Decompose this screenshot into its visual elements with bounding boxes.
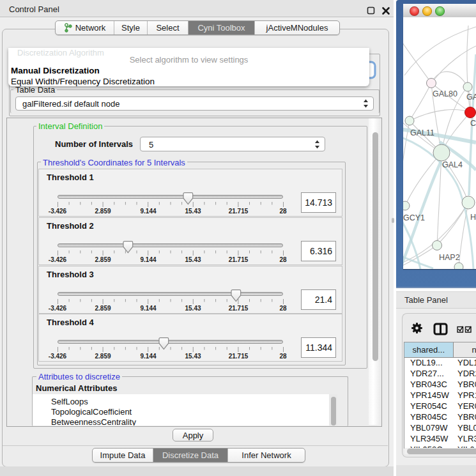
- svg-text:GA: GA: [466, 93, 476, 102]
- svg-text:GAL4: GAL4: [442, 160, 463, 169]
- svg-text:H: H: [470, 213, 476, 222]
- svg-text:C: C: [470, 119, 476, 128]
- svg-text:GCY1: GCY1: [403, 213, 425, 222]
- svg-text:GAL11: GAL11: [410, 128, 434, 137]
- svg-text:GAL80: GAL80: [433, 89, 457, 98]
- svg-text:HAP2: HAP2: [439, 253, 460, 262]
